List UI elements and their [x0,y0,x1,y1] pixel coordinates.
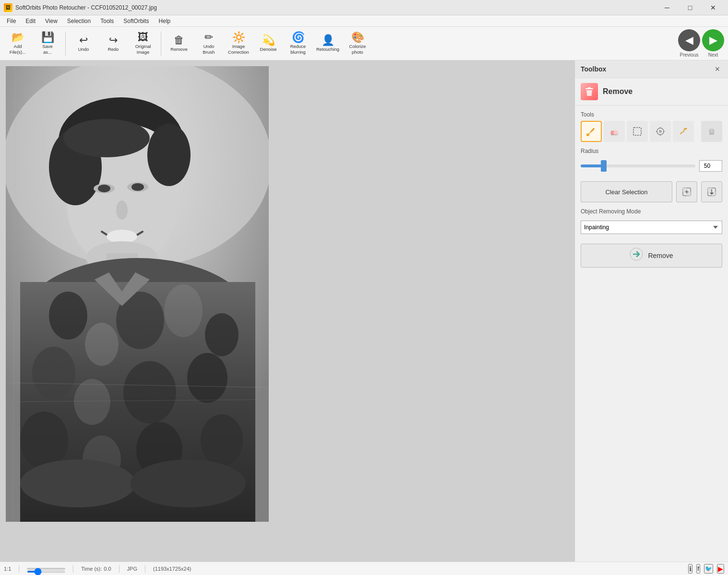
toolbar-sep-1 [65,32,66,56]
svg-rect-41 [614,131,618,135]
tools-row [581,121,722,142]
radius-slider-track[interactable] [581,164,695,167]
rect-select-icon [632,126,643,137]
remove-button-toolbar[interactable]: 🗑 Remove [165,29,193,58]
menu-view[interactable]: View [40,16,62,26]
eraser-icon [609,126,620,137]
save-as-button[interactable]: 💾 Saveas... [34,29,61,58]
toolbox-close-button[interactable]: ✕ [713,64,722,74]
time-label: Time (s): [81,566,102,572]
remove-arrow-icon [630,247,643,261]
tool-wrench-button[interactable] [673,121,694,142]
facebook-button[interactable]: f [696,564,700,574]
add-files-label: Add File(s)... [5,44,30,55]
original-image-button[interactable]: 🖼 OriginalImage [129,29,157,58]
colorize-photo-label: Colorizephoto [349,44,366,55]
denoise-button[interactable]: 💫 Denoise [254,29,282,58]
image-correction-label: ImageCorrection [228,44,249,55]
undo-button[interactable]: ↩ Undo [70,29,97,58]
redo-icon: ↪ [109,35,118,46]
original-image-label: OriginalImage [135,44,151,55]
retouching-button[interactable]: 👤 Retouching [314,29,342,58]
zoom-slider[interactable] [27,568,65,570]
menu-tools[interactable]: Tools [95,16,119,26]
tool-eraser-button[interactable] [604,121,625,142]
magic-wand-icon [655,126,666,137]
undo-brush-button[interactable]: ✏ UndoBrush [195,29,223,58]
menu-bar: File Edit View Selection Tools SoftOrbit… [0,15,728,27]
remove-icon-box [581,83,598,100]
time-value: 0.0 [104,566,111,572]
zoom-value: 1:1 [4,566,11,572]
tools-label: Tools [581,111,722,118]
menu-file[interactable]: File [2,16,21,26]
remove-header: Remove [575,78,728,106]
svg-rect-43 [633,128,641,135]
file-format: JPG [127,566,137,572]
remove-action-button[interactable]: Remove [581,244,722,268]
denoise-icon: 💫 [262,35,275,46]
youtube-button[interactable]: ▶ [717,564,724,574]
selection-actions-row: Clear Selection [581,181,722,202]
image-dimensions: (1193x1725x24) [153,566,191,572]
undo-icon: ↩ [79,35,88,46]
tools-section: Tools [581,111,722,142]
svg-point-45 [659,130,662,133]
menu-help[interactable]: Help [154,16,176,26]
toolbox-header: Toolbox ✕ [575,60,728,78]
format-value: JPG [127,566,137,572]
twitter-button[interactable]: 🐦 [704,564,713,574]
clear-selection-button[interactable]: Clear Selection [581,181,672,202]
tool-stamp-button[interactable] [701,121,722,142]
save-mask-icon [706,187,717,197]
tool-rect-select-button[interactable] [627,121,648,142]
radius-slider-fill [581,164,604,167]
menu-edit[interactable]: Edit [21,16,40,26]
svg-rect-33 [6,66,269,522]
mode-select[interactable]: Inpainting Content-Aware Fill Clone Stam… [581,221,722,234]
minimize-button[interactable]: ─ [656,0,678,15]
svg-rect-52 [711,129,713,131]
mode-section: Object Removing Mode Inpainting Content-… [581,208,722,234]
radius-label: Radius [581,148,722,154]
load-mask-icon [681,187,692,197]
reduce-blurring-button[interactable]: 🌀 Reduceblurring [284,29,312,58]
load-mask-button[interactable] [676,181,697,202]
app-icon: 🖼 [4,3,12,12]
denoise-label: Denoise [260,47,277,52]
save-mask-button[interactable] [701,181,722,202]
add-files-button[interactable]: 📂 Add File(s)... [4,29,32,58]
toolbar-sep-2 [161,32,161,56]
remove-icon: 🗑 [174,35,184,46]
next-button[interactable]: ▶ [702,29,724,51]
title-bar: 🖼 SoftOrbits Photo Retoucher - CCF010520… [0,0,728,15]
wrench-icon [678,126,689,137]
next-label: Next [708,52,718,58]
colorize-photo-icon: 🎨 [351,32,364,43]
info-button[interactable]: ℹ [688,564,692,574]
window-title: SoftOrbits Photo Retoucher - CCF01052012… [15,4,656,11]
colorize-photo-button[interactable]: 🎨 Colorizephoto [344,29,371,58]
svg-rect-55 [687,192,691,196]
radius-input[interactable] [699,160,722,172]
canvas-area[interactable] [0,60,574,562]
radius-row [581,160,722,172]
radius-section: Radius [581,148,722,172]
previous-button[interactable]: ◀ [678,29,700,51]
tool-magic-wand-button[interactable] [650,121,671,142]
photo-svg [6,66,269,522]
menu-softorbits[interactable]: SoftOrbits [119,16,154,26]
toolbox-title: Toolbox [581,65,606,73]
zoom-range[interactable] [27,571,65,573]
remove-label: Remove [170,47,187,52]
svg-rect-57 [708,188,712,192]
image-correction-button[interactable]: 🔆 ImageCorrection [225,29,252,58]
maximize-button[interactable]: □ [679,0,701,15]
status-bar: 1:1 Time (s): 0.0 JPG (1193x1725x24) ℹ f… [0,562,728,575]
close-button[interactable]: ✕ [702,0,724,15]
status-sep-4 [145,565,145,573]
menu-selection[interactable]: Selection [62,16,95,26]
tool-brush-button[interactable] [581,121,602,142]
radius-slider-thumb[interactable] [601,160,607,172]
redo-button[interactable]: ↪ Redo [99,29,127,58]
